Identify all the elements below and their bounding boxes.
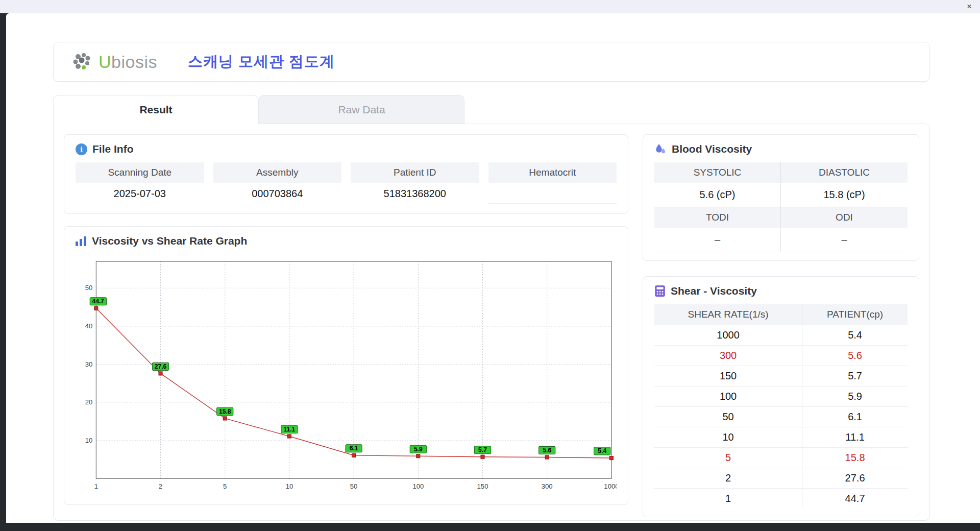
svg-text:5.7: 5.7 bbox=[478, 446, 487, 453]
patient-cell: 5.9 bbox=[802, 387, 908, 407]
field-label: Patient ID bbox=[351, 162, 479, 183]
tab-raw-data[interactable]: Raw Data bbox=[259, 95, 464, 124]
patient-cell: 27.6 bbox=[802, 468, 908, 489]
svg-text:50: 50 bbox=[350, 482, 358, 490]
todi-value: – bbox=[654, 228, 781, 252]
svg-text:5.9: 5.9 bbox=[414, 446, 423, 453]
svg-text:15.8: 15.8 bbox=[219, 408, 231, 415]
column-header-shear-rate: SHEAR RATE(1/s) bbox=[654, 304, 802, 325]
blood-viscosity-title: Blood Viscosity bbox=[672, 143, 752, 155]
file-info-header: File Info bbox=[76, 143, 617, 155]
page-title: 스캐닝 모세관 점도계 bbox=[188, 52, 335, 72]
systolic-header: SYSTOLIC bbox=[654, 162, 781, 183]
shear-rate-cell: 2 bbox=[654, 468, 802, 489]
todi-header: TODI bbox=[654, 207, 781, 228]
graph-header: Viscosity vs Shear Rate Graph bbox=[76, 235, 617, 247]
shear-viscosity-header: Shear - Viscosity bbox=[654, 285, 908, 297]
table-row: 1000 5.4 bbox=[654, 325, 908, 346]
patient-cell: 11.1 bbox=[802, 427, 908, 448]
svg-text:1000: 1000 bbox=[604, 482, 617, 490]
tab-bar: Result Raw Data bbox=[53, 95, 930, 124]
table-row: 50 6.1 bbox=[654, 407, 908, 427]
logo-initial: U bbox=[99, 52, 111, 71]
graph-card: Viscosity vs Shear Rate Graph 1020304050… bbox=[64, 226, 628, 505]
svg-text:100: 100 bbox=[412, 482, 424, 490]
blood-viscosity-grid: SYSTOLIC DIASTOLIC 5.6 (cP) 15.8 (cP) TO… bbox=[654, 162, 908, 252]
shear-viscosity-card: Shear - Viscosity SHEAR RATE(1/s) PATIEN… bbox=[643, 276, 919, 517]
patient-cell: 5.7 bbox=[802, 366, 908, 387]
shear-rate-cell: 300 bbox=[654, 346, 802, 366]
field-value: 000703864 bbox=[213, 183, 342, 205]
patient-cell: 44.7 bbox=[802, 489, 908, 509]
field-value: 51831368200 bbox=[351, 183, 479, 205]
field-value: 2025-07-03 bbox=[76, 183, 204, 205]
field-scanning-date: Scanning Date 2025-07-03 bbox=[76, 162, 204, 205]
field-label: Scanning Date bbox=[76, 162, 204, 183]
svg-text:40: 40 bbox=[85, 322, 93, 330]
svg-text:30: 30 bbox=[85, 360, 93, 368]
patient-cell: 5.4 bbox=[802, 325, 908, 346]
logo-rest: biosis bbox=[111, 52, 157, 71]
file-info-card: File Info Scanning Date 2025-07-03 Assem… bbox=[64, 134, 628, 214]
patient-cell: 15.8 bbox=[802, 448, 908, 468]
tab-result[interactable]: Result bbox=[53, 95, 259, 124]
graph-title: Viscosity vs Shear Rate Graph bbox=[92, 235, 247, 247]
field-value bbox=[488, 183, 617, 204]
diastolic-header: DIASTOLIC bbox=[781, 162, 908, 183]
table-row: 10 11.1 bbox=[654, 427, 908, 448]
ubiosis-logo-text: Ubiosis bbox=[99, 52, 157, 72]
field-hematocrit: Hematocrit bbox=[488, 162, 617, 205]
diastolic-value: 15.8 (cP) bbox=[781, 183, 908, 207]
svg-text:10: 10 bbox=[286, 482, 293, 490]
svg-text:11.1: 11.1 bbox=[283, 426, 295, 433]
svg-text:300: 300 bbox=[542, 482, 553, 490]
table-row: 300 5.6 bbox=[654, 346, 908, 366]
field-label: Hematocrit bbox=[488, 162, 617, 183]
file-info-fields: Scanning Date 2025-07-03 Assembly 000703… bbox=[76, 162, 617, 205]
table-header-row: SHEAR RATE(1/s) PATIENT(cp) bbox=[654, 304, 908, 325]
table-row: 150 5.7 bbox=[654, 366, 908, 387]
shear-viscosity-title: Shear - Viscosity bbox=[671, 285, 757, 297]
svg-text:50: 50 bbox=[85, 284, 93, 292]
column-header-patient: PATIENT(cp) bbox=[802, 304, 908, 325]
shear-rate-cell: 50 bbox=[654, 407, 802, 427]
droplet-icon bbox=[654, 143, 667, 155]
header-card: Ubiosis 스캐닝 모세관 점도계 bbox=[53, 42, 930, 82]
info-icon bbox=[76, 143, 87, 155]
shear-rate-cell: 10 bbox=[654, 427, 802, 448]
table-row: 2 27.6 bbox=[654, 468, 908, 489]
shear-rate-cell: 1 bbox=[654, 489, 802, 509]
systolic-value: 5.6 (cP) bbox=[654, 183, 781, 207]
file-info-title: File Info bbox=[92, 143, 134, 155]
svg-text:44.7: 44.7 bbox=[92, 298, 105, 305]
app-window: Ubiosis 스캐닝 모세관 점도계 Result Raw Data File… bbox=[6, 13, 980, 523]
odi-header: ODI bbox=[781, 207, 908, 228]
right-column: Blood Viscosity SYSTOLIC DIASTOLIC 5.6 (… bbox=[643, 134, 919, 510]
shear-rate-cell: 1000 bbox=[654, 325, 802, 346]
shear-rate-cell: 150 bbox=[654, 366, 802, 387]
shear-rate-cell: 5 bbox=[654, 448, 802, 468]
tab-raw-data-label: Raw Data bbox=[338, 104, 385, 116]
svg-text:6.1: 6.1 bbox=[350, 445, 358, 452]
blood-viscosity-header: Blood Viscosity bbox=[654, 143, 908, 155]
svg-text:5.4: 5.4 bbox=[598, 447, 606, 454]
blood-viscosity-card: Blood Viscosity SYSTOLIC DIASTOLIC 5.6 (… bbox=[643, 134, 919, 261]
svg-text:1: 1 bbox=[94, 482, 98, 490]
tab-result-label: Result bbox=[139, 104, 172, 116]
calculator-icon bbox=[654, 285, 666, 297]
ubiosis-logo: Ubiosis bbox=[71, 52, 157, 72]
table-row: 5 15.8 bbox=[654, 448, 908, 468]
svg-text:5.6: 5.6 bbox=[543, 447, 551, 454]
patient-cell: 6.1 bbox=[802, 407, 908, 427]
window-titlebar: × bbox=[0, 0, 980, 13]
svg-text:20: 20 bbox=[85, 398, 93, 406]
patient-cell: 5.6 bbox=[802, 346, 908, 366]
ubiosis-logo-icon bbox=[71, 52, 93, 72]
shear-viscosity-table: SHEAR RATE(1/s) PATIENT(cp) 1000 5.4 300 bbox=[654, 304, 908, 509]
window-close-button[interactable]: × bbox=[967, 2, 972, 11]
svg-text:5: 5 bbox=[223, 482, 227, 490]
shear-rate-cell: 100 bbox=[654, 387, 802, 407]
viscosity-shear-rate-chart: 10203040501251050100150300100044.727.615… bbox=[76, 254, 617, 496]
svg-text:150: 150 bbox=[477, 482, 488, 490]
bar-chart-icon bbox=[76, 236, 87, 246]
